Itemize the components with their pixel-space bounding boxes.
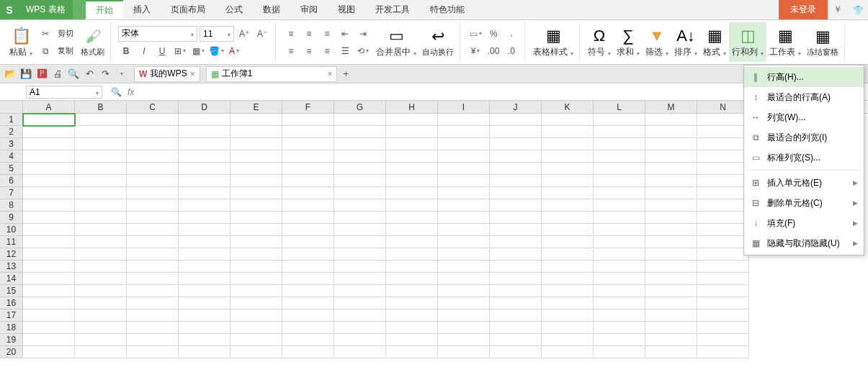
cell[interactable] [594, 224, 645, 236]
orientation-button[interactable]: ⟲ [355, 43, 371, 59]
cell[interactable] [127, 187, 179, 199]
cell[interactable] [645, 212, 697, 224]
cell[interactable] [490, 163, 542, 175]
distribute-button[interactable]: ☰ [337, 43, 353, 59]
cell[interactable] [438, 248, 490, 261]
cell[interactable] [282, 150, 334, 163]
cell[interactable] [386, 138, 438, 150]
col-header[interactable]: E [231, 101, 282, 113]
cut-button[interactable]: 剪切 [55, 26, 76, 42]
redo-icon[interactable]: ↷ [98, 67, 112, 81]
cell[interactable] [75, 114, 127, 126]
col-header[interactable]: J [490, 101, 542, 113]
menu-item[interactable]: ↔列宽(W)... [744, 107, 864, 127]
main-tab-8[interactable]: 特色功能 [420, 0, 475, 19]
cell[interactable] [386, 163, 438, 175]
cell[interactable] [75, 248, 127, 261]
cell[interactable] [542, 285, 594, 297]
format-painter-button[interactable]: 🖌 格式刷 [78, 22, 107, 62]
cell[interactable] [386, 212, 438, 224]
cell[interactable] [542, 187, 594, 199]
cell[interactable] [594, 285, 645, 297]
cell[interactable] [282, 114, 334, 126]
cell[interactable] [282, 285, 334, 297]
cell[interactable] [127, 309, 179, 322]
cell[interactable] [490, 187, 542, 199]
cell[interactable] [75, 224, 127, 236]
cell[interactable] [231, 346, 282, 358]
row-header[interactable]: 12 [0, 248, 23, 261]
cell[interactable] [23, 150, 75, 163]
cell[interactable] [697, 212, 749, 224]
cell[interactable] [23, 285, 75, 297]
col-header[interactable]: K [542, 101, 594, 113]
cell[interactable] [231, 224, 282, 236]
cell[interactable] [75, 273, 127, 285]
cell[interactable] [697, 346, 749, 358]
align-bottom-button[interactable]: ≡ [319, 26, 335, 42]
cell[interactable] [127, 273, 179, 285]
cell[interactable] [231, 273, 282, 285]
cell[interactable] [282, 273, 334, 285]
cell[interactable] [127, 322, 179, 334]
cell[interactable] [179, 285, 231, 297]
cell[interactable] [594, 273, 645, 285]
cell[interactable] [23, 322, 75, 334]
cell[interactable] [179, 297, 231, 309]
main-tab-4[interactable]: 数据 [253, 0, 290, 19]
cell[interactable] [231, 187, 282, 199]
cell[interactable] [231, 199, 282, 212]
col-header[interactable]: B [75, 101, 127, 113]
cell[interactable] [697, 285, 749, 297]
cell[interactable] [179, 212, 231, 224]
decrease-indent-button[interactable]: ⇤ [337, 26, 353, 42]
fill-color-button[interactable]: 🪣 [208, 43, 224, 59]
cell[interactable] [386, 285, 438, 297]
underline-button[interactable]: U [154, 43, 170, 59]
cell[interactable] [23, 309, 75, 322]
wrap-text-button[interactable]: ↩ 自动换行 [419, 22, 457, 62]
border-button[interactable]: ⊞ [172, 43, 188, 59]
cell[interactable] [127, 236, 179, 248]
cell[interactable] [334, 297, 386, 309]
cell[interactable] [438, 114, 490, 126]
cell[interactable] [697, 261, 749, 273]
cell[interactable] [490, 297, 542, 309]
row-header[interactable]: 10 [0, 224, 23, 236]
cell[interactable] [282, 322, 334, 334]
cell[interactable] [438, 346, 490, 358]
fx-search-icon[interactable]: 🔍 [111, 87, 122, 97]
cell[interactable] [542, 261, 594, 273]
cell[interactable] [386, 248, 438, 261]
cell[interactable] [179, 248, 231, 261]
cell[interactable] [645, 150, 697, 163]
cell[interactable] [282, 187, 334, 199]
cell[interactable] [438, 224, 490, 236]
increase-indent-button[interactable]: ⇥ [355, 26, 371, 42]
menu-item[interactable]: ‖行高(H)... [744, 67, 864, 87]
cell[interactable] [697, 163, 749, 175]
cell[interactable] [23, 175, 75, 187]
cell[interactable] [438, 236, 490, 248]
cell[interactable] [179, 126, 231, 138]
row-header[interactable]: 8 [0, 199, 23, 212]
cell[interactable] [334, 346, 386, 358]
cell[interactable] [645, 138, 697, 150]
close-tab-icon[interactable]: × [327, 69, 332, 79]
cell[interactable] [23, 297, 75, 309]
row-header[interactable]: 6 [0, 175, 23, 187]
italic-button[interactable]: I [136, 43, 152, 59]
cell[interactable] [231, 212, 282, 224]
cell[interactable] [282, 175, 334, 187]
cell[interactable] [438, 212, 490, 224]
cell[interactable] [490, 150, 542, 163]
cell[interactable] [179, 346, 231, 358]
align-left-button[interactable]: ≡ [283, 43, 299, 59]
cell[interactable] [179, 150, 231, 163]
cell[interactable] [645, 175, 697, 187]
merge-center-button[interactable]: ▭ 合并居中 [373, 22, 419, 62]
bold-button[interactable]: B [118, 43, 134, 59]
cell[interactable] [490, 138, 542, 150]
cell[interactable] [490, 236, 542, 248]
cell[interactable] [75, 187, 127, 199]
